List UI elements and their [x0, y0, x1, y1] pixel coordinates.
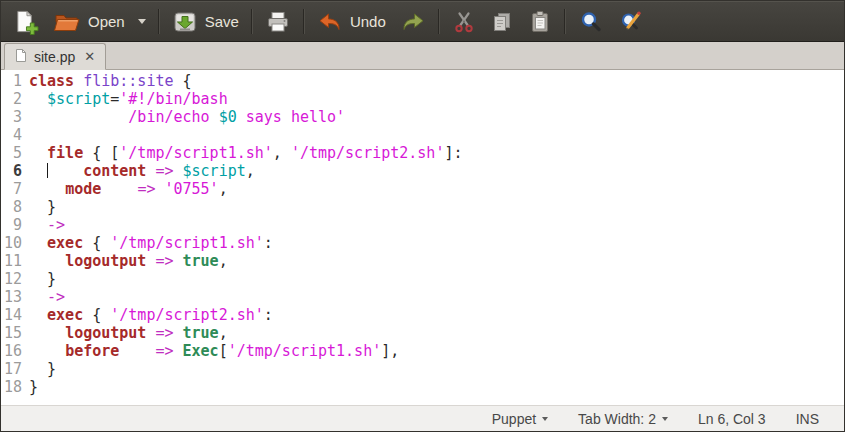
print-button[interactable]: [258, 7, 298, 37]
open-button-label: Open: [88, 13, 125, 30]
line-number: 15: [1, 324, 22, 342]
toolbar-separator: [303, 9, 305, 34]
code-text: /bin/echo $0 says hello': [22, 108, 345, 126]
code-text: file { ['/tmp/script1.sh', '/tmp/script2…: [22, 144, 463, 162]
code-line[interactable]: 1class flib::site {: [1, 72, 844, 90]
line-number: 16: [1, 342, 22, 360]
code-line[interactable]: 9 ->: [1, 216, 844, 234]
line-number: 7: [1, 180, 22, 198]
code-line[interactable]: 18}: [1, 378, 844, 396]
open-dropdown-caret-icon[interactable]: [138, 19, 146, 24]
line-number: 10: [1, 234, 22, 252]
clipboard-paste-icon: [528, 10, 552, 34]
open-folder-icon: [53, 10, 81, 34]
code-line[interactable]: 7 mode => '0755',: [1, 180, 844, 198]
code-text: }: [22, 360, 56, 378]
line-number: 4: [1, 126, 22, 144]
line-number: 5: [1, 144, 22, 162]
code-line[interactable]: 15 logoutput => true,: [1, 324, 844, 342]
replace-button[interactable]: [611, 6, 651, 38]
line-number: 13: [1, 288, 22, 306]
line-number: 1: [1, 72, 22, 90]
search-icon: [578, 9, 604, 35]
save-button[interactable]: Save: [165, 6, 246, 38]
code-line[interactable]: 13 ->: [1, 288, 844, 306]
code-text: before => Exec['/tmp/script1.sh'],: [22, 342, 399, 360]
code-text: ->: [22, 288, 65, 306]
cursor-position-label: Ln 6, Col 3: [698, 411, 766, 427]
toolbar-separator: [438, 9, 440, 34]
cursor-position: Ln 6, Col 3: [698, 411, 766, 427]
tab-site-pp[interactable]: site.pp ✕: [4, 43, 106, 70]
code-text: }: [22, 378, 38, 396]
redo-button[interactable]: [393, 7, 433, 37]
line-number: 2: [1, 90, 22, 108]
redo-arrow-icon: [400, 10, 426, 34]
code-line[interactable]: 10 exec { '/tmp/script1.sh':: [1, 234, 844, 252]
undo-arrow-icon: [317, 10, 343, 34]
code-text: exec { '/tmp/script1.sh':: [22, 234, 273, 252]
code-line[interactable]: 11 logoutput => true,: [1, 252, 844, 270]
code-line[interactable]: 2 $script='#!/bin/bash: [1, 90, 844, 108]
line-number: 8: [1, 198, 22, 216]
language-dropdown-caret-icon: [542, 417, 548, 421]
toolbar: Open Save: [1, 1, 844, 42]
code-text: logoutput => true,: [22, 252, 228, 270]
tab-label: site.pp: [34, 49, 75, 65]
cut-button[interactable]: [445, 7, 483, 37]
tab-width-selector[interactable]: Tab Width: 2: [578, 411, 668, 427]
new-document-button[interactable]: [6, 6, 46, 38]
code-text: }: [22, 270, 56, 288]
language-selector[interactable]: Puppet: [492, 411, 548, 427]
toolbar-separator: [158, 9, 160, 34]
tab-width-dropdown-caret-icon: [662, 417, 668, 421]
printer-icon: [265, 10, 291, 34]
toolbar-separator: [251, 9, 253, 34]
code-text: class flib::site {: [22, 72, 192, 90]
paste-button[interactable]: [521, 7, 559, 37]
code-line[interactable]: 5 file { ['/tmp/script1.sh', '/tmp/scrip…: [1, 144, 844, 162]
save-button-label: Save: [205, 13, 239, 30]
code-text: [22, 126, 29, 144]
undo-button-label: Undo: [350, 13, 386, 30]
code-text: ->: [22, 216, 65, 234]
tab-bar: site.pp ✕: [1, 42, 844, 70]
document-icon: [15, 48, 27, 66]
code-line[interactable]: 4: [1, 126, 844, 144]
code-line[interactable]: 3 /bin/echo $0 says hello': [1, 108, 844, 126]
open-button[interactable]: Open: [46, 7, 153, 37]
line-number: 3: [1, 108, 22, 126]
code-line[interactable]: 6 content => $script,: [1, 162, 844, 180]
code-line[interactable]: 14 exec { '/tmp/script2.sh':: [1, 306, 844, 324]
code-line[interactable]: 12 }: [1, 270, 844, 288]
line-number: 11: [1, 252, 22, 270]
line-number: 9: [1, 216, 22, 234]
save-icon: [172, 9, 198, 35]
copy-button[interactable]: [483, 7, 521, 37]
tab-width-label: Tab Width: 2: [578, 411, 656, 427]
line-number: 12: [1, 270, 22, 288]
code-line[interactable]: 17 }: [1, 360, 844, 378]
gedit-window: Open Save: [0, 0, 845, 432]
undo-button[interactable]: Undo: [310, 7, 393, 37]
find-button[interactable]: [571, 6, 611, 38]
code-line[interactable]: 8 }: [1, 198, 844, 216]
code-area[interactable]: 1class flib::site {2 $script='#!/bin/bas…: [1, 70, 844, 405]
status-bar: Puppet Tab Width: 2 Ln 6, Col 3 INS: [1, 405, 844, 431]
insert-mode-label: INS: [796, 411, 819, 427]
scissors-icon: [452, 10, 476, 34]
line-number: 17: [1, 360, 22, 378]
code-line[interactable]: 16 before => Exec['/tmp/script1.sh'],: [1, 342, 844, 360]
toolbar-separator: [564, 9, 566, 34]
line-number: 18: [1, 378, 22, 396]
find-replace-icon: [618, 9, 644, 35]
line-number: 14: [1, 306, 22, 324]
code-text: logoutput => true,: [22, 324, 228, 342]
tab-close-icon[interactable]: ✕: [84, 49, 95, 64]
copy-pages-icon: [490, 10, 514, 34]
new-document-icon: [13, 9, 39, 35]
code-text: content => $script,: [22, 162, 255, 180]
insert-mode-indicator: INS: [796, 411, 819, 427]
language-label: Puppet: [492, 411, 536, 427]
line-number: 6: [1, 162, 22, 180]
